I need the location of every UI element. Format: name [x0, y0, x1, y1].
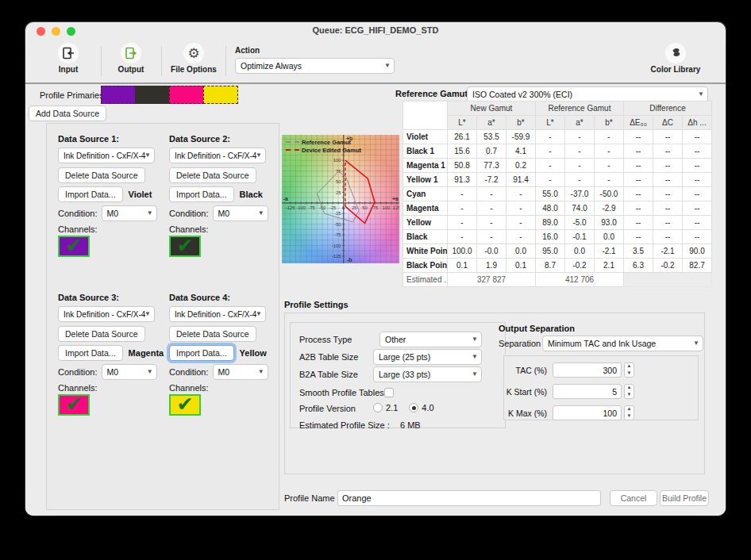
a2b-table-size-dropdown[interactable]: Large (25 pts)▼ [373, 349, 482, 365]
stepper-control[interactable]: ▲▼ [624, 405, 634, 420]
data-source-title: Data Source 1: [58, 134, 158, 144]
action-dropdown[interactable]: Optimize Always▼ [235, 58, 395, 74]
value-cell: 53.5 [477, 130, 506, 144]
primary-swatch-violet[interactable] [101, 86, 136, 104]
column-group-header: Reference Gamut [536, 102, 624, 116]
radio-label: 4.0 [422, 403, 433, 412]
data-source-type-dropdown[interactable]: Ink Definition - CxF/X-4▼ [58, 148, 155, 163]
value-cell: -- [683, 130, 712, 144]
value-cell: - [595, 144, 624, 159]
value-cell: -0.2 [565, 259, 595, 273]
chevron-down-icon: ▼ [258, 209, 264, 217]
profile-version-option[interactable]: 4.0 [409, 403, 433, 412]
primary-swatch-black[interactable] [135, 86, 170, 104]
process-type-dropdown[interactable]: Other▼ [379, 332, 482, 347]
row-name-cell: Black [403, 230, 448, 244]
value-cell: -0.1 [565, 230, 595, 244]
ink-name-label: Black [240, 190, 263, 199]
data-source-type-dropdown[interactable]: Ink Definition - CxF/X-4▼ [58, 306, 155, 322]
profile-name-input[interactable] [337, 490, 601, 506]
smooth-profile-tables-checkbox[interactable] [384, 388, 394, 397]
separation-field-row: K Start (%)5▲▼ [504, 384, 634, 399]
radio-4.0[interactable] [409, 403, 418, 412]
delete-data-source-button[interactable]: Delete Data Source [58, 167, 145, 183]
value-cell: - [565, 130, 595, 144]
table-row: Black 115.60.74.1--------- [403, 144, 712, 159]
primary-swatch-yellow[interactable] [203, 86, 238, 104]
separation-field-input[interactable]: 300 [553, 362, 622, 378]
data-source-type-dropdown[interactable]: Ink Definition - CxF/X-4▼ [169, 148, 266, 163]
delete-data-source-button[interactable]: Delete Data Source [169, 326, 256, 342]
data-source-card-4: Data Source 4:Ink Definition - CxF/X-4▼D… [169, 293, 269, 451]
toolbar-divider [225, 46, 226, 76]
value-cell: - [506, 216, 536, 230]
chevron-down-icon: ▼ [147, 368, 153, 375]
import-data-row: Import Data...Violet [58, 186, 158, 202]
separation-label: Separation [499, 339, 541, 348]
channel-swatch-checked[interactable]: ✔ [58, 236, 90, 257]
ink-name-label: Magenta [129, 348, 164, 358]
separation-field-input[interactable]: 5 [553, 384, 622, 399]
channels-label: Channels: [58, 224, 158, 234]
import-data-button[interactable]: Import Data... [58, 186, 123, 202]
delete-data-source-button[interactable]: Delete Data Source [58, 326, 145, 342]
reference-gamut-dropdown[interactable]: ISO Coated v2 300% (ECI)▼ [467, 86, 708, 102]
color-library-tool-button[interactable]: Color Library [648, 43, 703, 74]
import-data-button[interactable]: Import Data... [58, 345, 123, 361]
condition-dropdown[interactable]: M0▼ [102, 364, 157, 380]
import-data-button[interactable]: Import Data... [169, 186, 234, 202]
value-cell: - [565, 173, 595, 187]
channel-swatch-checked[interactable]: ✔ [169, 394, 201, 416]
channel-swatch-checked[interactable]: ✔ [169, 236, 201, 257]
row-name-cell: Black Point [403, 259, 448, 273]
cancel-button[interactable]: Cancel [610, 490, 657, 506]
value-cell: 48.0 [536, 201, 565, 216]
condition-label: Condition: [169, 367, 209, 377]
delete-data-source-button[interactable]: Delete Data Source [169, 167, 256, 183]
condition-dropdown[interactable]: M0▼ [213, 205, 268, 221]
value-cell: 6.3 [624, 259, 653, 273]
stepper-control[interactable]: ▲▼ [624, 384, 634, 399]
value-cell: 0.0 [595, 230, 624, 244]
profile-version-option[interactable]: 2.1 [373, 403, 398, 412]
input-tool-button[interactable]: Input [40, 43, 96, 74]
primary-swatch-magenta[interactable] [169, 86, 204, 104]
radio-2.1[interactable] [373, 403, 383, 412]
legend-item: Device Edited Gamut [286, 146, 361, 154]
value-cell: -- [624, 230, 653, 244]
condition-dropdown[interactable]: M0▼ [213, 364, 268, 380]
value-cell: - [565, 159, 595, 173]
column-header: a* [565, 116, 595, 130]
column-header: b* [506, 116, 536, 130]
b2a-table-size-dropdown[interactable]: Large (33 pts)▼ [373, 366, 482, 382]
build-profile-button[interactable]: Build Profile [660, 490, 709, 506]
checkmark-icon: ✔ [177, 236, 194, 255]
svg-text:-75: -75 [334, 232, 341, 237]
file-options-tool-button[interactable]: ⚙ File Options [166, 43, 221, 74]
separation-field-input[interactable]: 100 [553, 405, 622, 420]
value-cell: -0.2 [653, 259, 683, 273]
separation-field-row: K Max (%)100▲▼ [504, 405, 634, 420]
separation-dropdown[interactable]: Minimum TAC and Ink Usage▼ [542, 336, 703, 351]
radio-label: 2.1 [386, 403, 398, 412]
separation-field-label: K Start (%) [504, 387, 547, 397]
import-data-button[interactable]: Import Data... [169, 345, 234, 361]
separation-field-row: TAC (%)300▲▼ [504, 362, 634, 378]
value-cell: - [595, 173, 624, 187]
svg-text:75: 75 [373, 205, 379, 210]
condition-dropdown[interactable]: M0▼ [102, 205, 157, 221]
stepper-control[interactable]: ▲▼ [624, 362, 634, 378]
column-header: ΔC [653, 116, 683, 130]
data-source-title: Data Source 3: [58, 293, 158, 302]
gamut-table: New GamutReference GamutDifferenceL*a*b*… [402, 101, 712, 287]
data-source-type-dropdown[interactable]: Ink Definition - CxF/X-4▼ [169, 306, 266, 322]
output-tool-button[interactable]: Output [103, 43, 159, 74]
separation-field-label: K Max (%) [504, 408, 547, 418]
toolbar-divider [161, 46, 162, 76]
value-cell: -- [653, 187, 683, 201]
column-group-header: Difference [624, 102, 712, 116]
column-header: L* [448, 116, 477, 130]
add-data-source-button[interactable]: Add Data Source [29, 105, 106, 121]
estimated-new-gamut-cell: 327 827 [448, 273, 536, 287]
channel-swatch-checked[interactable]: ✔ [58, 394, 90, 416]
